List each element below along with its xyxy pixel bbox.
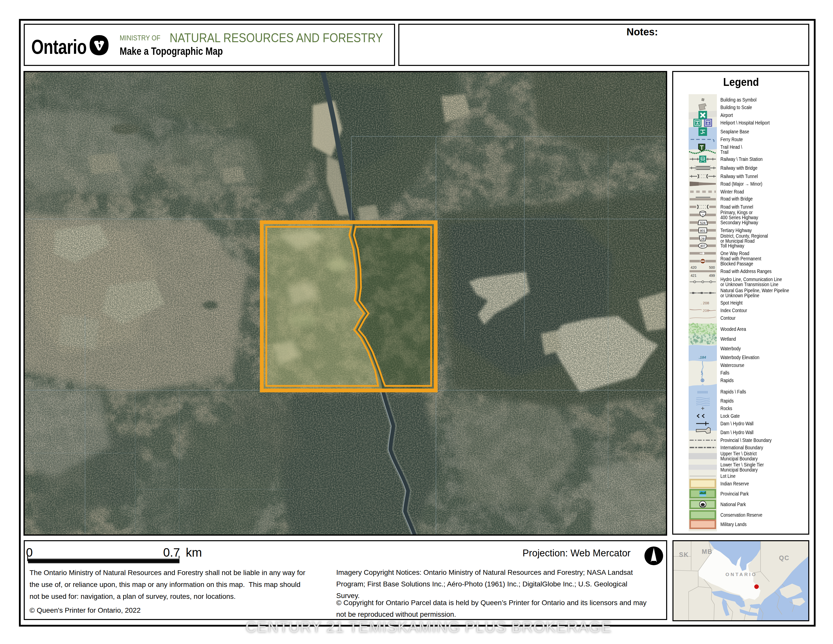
svg-text:. 208: . 208 [701, 301, 709, 305]
svg-text:7: 7 [702, 214, 703, 217]
svg-text:28: 28 [701, 237, 704, 241]
svg-text:ONTARIO: ONTARIO [725, 572, 757, 577]
svg-text:524: 524 [700, 221, 706, 225]
svg-text:499: 499 [709, 274, 715, 277]
svg-text:MB: MB [702, 548, 712, 555]
svg-text:420: 420 [691, 266, 697, 269]
svg-text:801: 801 [700, 229, 706, 233]
svg-text:421: 421 [691, 274, 697, 277]
svg-text:SK: SK [679, 551, 689, 558]
svg-text:407: 407 [700, 244, 705, 248]
svg-text:500: 500 [709, 266, 715, 269]
svg-text:QC: QC [779, 554, 790, 562]
svg-text:.184: .184 [699, 355, 706, 359]
